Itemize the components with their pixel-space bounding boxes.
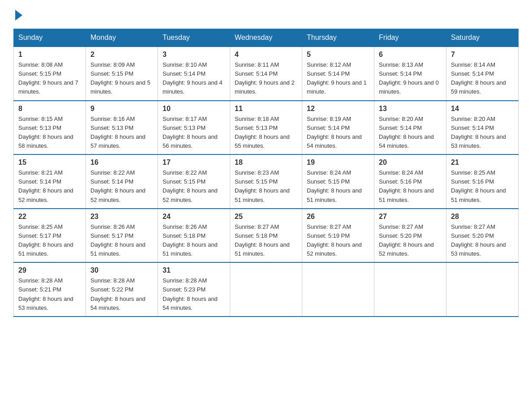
daylight-label: Daylight: 8 hours and 51 minutes. — [235, 241, 290, 257]
sunrise-label: Sunrise: 8:19 AM — [307, 116, 351, 122]
week-row-5: 29 Sunrise: 8:28 AM Sunset: 5:21 PM Dayl… — [14, 262, 519, 317]
day-info: Sunrise: 8:27 AM Sunset: 5:18 PM Dayligh… — [235, 223, 297, 259]
sunset-label: Sunset: 5:22 PM — [90, 286, 133, 293]
logo-arrow-icon — [15, 10, 22, 21]
sunset-label: Sunset: 5:15 PM — [163, 178, 206, 185]
sunrise-label: Sunrise: 8:13 AM — [379, 61, 423, 68]
sunrise-label: Sunrise: 8:25 AM — [451, 169, 495, 176]
sunrise-label: Sunrise: 8:15 AM — [18, 116, 63, 122]
calendar-cell: 21 Sunrise: 8:25 AM Sunset: 5:16 PM Dayl… — [446, 154, 519, 209]
day-number: 6 — [379, 51, 442, 59]
sunrise-label: Sunrise: 8:25 AM — [18, 223, 63, 230]
calendar-cell: 23 Sunrise: 8:26 AM Sunset: 5:17 PM Dayl… — [86, 209, 158, 263]
day-number: 15 — [18, 158, 81, 167]
sunrise-label: Sunrise: 8:27 AM — [379, 223, 423, 230]
daylight-label: Daylight: 8 hours and 52 minutes. — [379, 241, 434, 257]
sunset-label: Sunset: 5:18 PM — [235, 232, 278, 239]
sunrise-label: Sunrise: 8:28 AM — [18, 277, 63, 284]
sunset-label: Sunset: 5:15 PM — [90, 70, 133, 77]
sunset-label: Sunset: 5:13 PM — [90, 124, 133, 131]
sunrise-label: Sunrise: 8:24 AM — [379, 169, 423, 176]
day-number: 2 — [90, 51, 153, 59]
calendar-cell: 26 Sunrise: 8:27 AM Sunset: 5:19 PM Dayl… — [302, 209, 374, 263]
daylight-label: Daylight: 8 hours and 53 minutes. — [451, 241, 506, 257]
day-info: Sunrise: 8:17 AM Sunset: 5:13 PM Dayligh… — [163, 115, 225, 151]
day-number: 7 — [451, 51, 514, 59]
daylight-label: Daylight: 8 hours and 58 minutes. — [18, 133, 73, 149]
daylight-label: Daylight: 8 hours and 51 minutes. — [235, 187, 290, 203]
sunset-label: Sunset: 5:14 PM — [235, 70, 278, 77]
sunset-label: Sunset: 5:15 PM — [235, 178, 278, 185]
sunset-label: Sunset: 5:21 PM — [18, 286, 61, 293]
calendar-cell: 16 Sunrise: 8:22 AM Sunset: 5:14 PM Dayl… — [86, 154, 158, 209]
daylight-label: Daylight: 8 hours and 53 minutes. — [18, 295, 73, 311]
day-number: 25 — [235, 213, 297, 221]
sunset-label: Sunset: 5:19 PM — [307, 232, 350, 239]
calendar-cell: 2 Sunrise: 8:09 AM Sunset: 5:15 PM Dayli… — [86, 47, 158, 101]
calendar-cell: 11 Sunrise: 8:18 AM Sunset: 5:13 PM Dayl… — [230, 101, 302, 155]
sunset-label: Sunset: 5:13 PM — [18, 124, 61, 131]
day-number: 4 — [235, 51, 297, 59]
daylight-label: Daylight: 8 hours and 59 minutes. — [451, 79, 506, 95]
calendar-cell — [230, 262, 302, 317]
sunset-label: Sunset: 5:14 PM — [451, 124, 494, 131]
week-row-2: 8 Sunrise: 8:15 AM Sunset: 5:13 PM Dayli… — [14, 101, 519, 155]
day-number: 19 — [307, 158, 369, 167]
day-info: Sunrise: 8:15 AM Sunset: 5:13 PM Dayligh… — [18, 115, 81, 151]
day-number: 22 — [18, 213, 81, 221]
day-info: Sunrise: 8:09 AM Sunset: 5:15 PM Dayligh… — [90, 60, 153, 97]
sunrise-label: Sunrise: 8:12 AM — [307, 61, 351, 68]
sunset-label: Sunset: 5:17 PM — [90, 232, 133, 239]
day-info: Sunrise: 8:21 AM Sunset: 5:14 PM Dayligh… — [18, 168, 81, 205]
day-number: 21 — [451, 158, 514, 167]
daylight-label: Daylight: 8 hours and 52 minutes. — [307, 241, 362, 257]
sunrise-label: Sunrise: 8:26 AM — [90, 223, 135, 230]
calendar-cell: 25 Sunrise: 8:27 AM Sunset: 5:18 PM Dayl… — [230, 209, 302, 263]
day-number: 17 — [163, 158, 225, 167]
sunset-label: Sunset: 5:14 PM — [379, 124, 422, 131]
day-number: 13 — [379, 105, 442, 113]
sunrise-label: Sunrise: 8:28 AM — [90, 277, 135, 284]
calendar-cell: 20 Sunrise: 8:24 AM Sunset: 5:16 PM Dayl… — [374, 154, 446, 209]
day-number: 5 — [307, 51, 369, 59]
daylight-label: Daylight: 8 hours and 51 minutes. — [379, 187, 434, 203]
day-number: 30 — [90, 266, 153, 274]
sunrise-label: Sunrise: 8:26 AM — [163, 223, 207, 230]
daylight-label: Daylight: 9 hours and 5 minutes. — [90, 79, 150, 95]
day-info: Sunrise: 8:22 AM Sunset: 5:15 PM Dayligh… — [163, 168, 225, 205]
daylight-label: Daylight: 8 hours and 54 minutes. — [90, 295, 146, 311]
calendar-cell: 3 Sunrise: 8:10 AM Sunset: 5:14 PM Dayli… — [158, 47, 230, 101]
sunrise-label: Sunrise: 8:14 AM — [451, 61, 495, 68]
sunset-label: Sunset: 5:14 PM — [379, 70, 422, 77]
sunset-label: Sunset: 5:15 PM — [307, 178, 350, 185]
day-info: Sunrise: 8:20 AM Sunset: 5:14 PM Dayligh… — [451, 115, 514, 151]
daylight-label: Daylight: 8 hours and 54 minutes. — [379, 133, 434, 149]
sunset-label: Sunset: 5:17 PM — [18, 232, 61, 239]
calendar-cell: 10 Sunrise: 8:17 AM Sunset: 5:13 PM Dayl… — [158, 101, 230, 155]
calendar-cell: 7 Sunrise: 8:14 AM Sunset: 5:14 PM Dayli… — [446, 47, 519, 101]
day-number: 10 — [163, 105, 225, 113]
daylight-label: Daylight: 8 hours and 52 minutes. — [163, 187, 218, 203]
day-info: Sunrise: 8:24 AM Sunset: 5:16 PM Dayligh… — [379, 168, 442, 205]
sunrise-label: Sunrise: 8:21 AM — [18, 169, 63, 176]
header-day-thursday: Thursday — [302, 29, 374, 47]
day-number: 24 — [163, 213, 225, 221]
day-number: 16 — [90, 158, 153, 167]
day-info: Sunrise: 8:23 AM Sunset: 5:15 PM Dayligh… — [235, 168, 297, 205]
daylight-label: Daylight: 8 hours and 51 minutes. — [451, 187, 506, 203]
daylight-label: Daylight: 8 hours and 52 minutes. — [18, 187, 73, 203]
day-number: 29 — [18, 266, 81, 274]
sunrise-label: Sunrise: 8:20 AM — [451, 116, 495, 122]
sunrise-label: Sunrise: 8:22 AM — [163, 169, 207, 176]
calendar-cell: 14 Sunrise: 8:20 AM Sunset: 5:14 PM Dayl… — [446, 101, 519, 155]
day-number: 11 — [235, 105, 297, 113]
header-day-wednesday: Wednesday — [230, 29, 302, 47]
day-info: Sunrise: 8:26 AM Sunset: 5:17 PM Dayligh… — [90, 223, 153, 259]
daylight-label: Daylight: 8 hours and 51 minutes. — [163, 241, 218, 257]
day-number: 3 — [163, 51, 225, 59]
header-day-tuesday: Tuesday — [158, 29, 230, 47]
week-row-4: 22 Sunrise: 8:25 AM Sunset: 5:17 PM Dayl… — [14, 209, 519, 263]
sunrise-label: Sunrise: 8:23 AM — [235, 169, 279, 176]
sunset-label: Sunset: 5:14 PM — [307, 70, 350, 77]
calendar-cell: 1 Sunrise: 8:08 AM Sunset: 5:15 PM Dayli… — [14, 47, 86, 101]
